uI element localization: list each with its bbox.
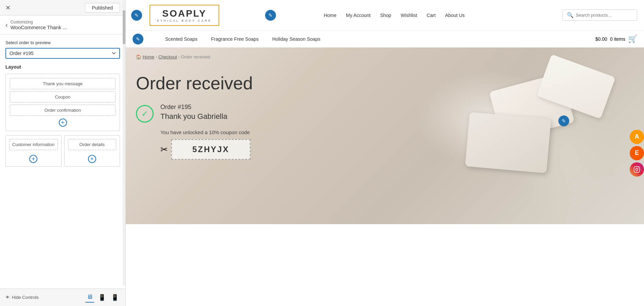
panel-subheader: ‹ Customizing WooCommerce Thank ... xyxy=(0,16,125,35)
layout-box-main: Thank you message Coupon Order confirmat… xyxy=(5,74,120,131)
cart-items: 0 items xyxy=(610,36,625,42)
logo-area: ✎ SOAPLY ETHICAL BODY CARE xyxy=(150,5,219,26)
category-links: Scented Soaps Fragrance Free Soaps Holid… xyxy=(165,36,320,42)
svg-rect-0 xyxy=(634,166,640,172)
back-button[interactable]: ‹ xyxy=(5,21,8,29)
cat-scented[interactable]: Scented Soaps xyxy=(165,36,197,42)
edit-category-button[interactable]: ✎ xyxy=(133,34,143,44)
logo-box[interactable]: SOAPLY ETHICAL BODY CARE xyxy=(150,5,219,26)
nav-about[interactable]: About Us xyxy=(445,13,465,18)
cart-price: $0.00 xyxy=(595,36,607,42)
mobile-view-button[interactable]: 📱 xyxy=(110,292,120,303)
scroll-track xyxy=(123,0,125,286)
panel-body: Select order to preview Order #195 Order… xyxy=(0,35,125,288)
cat-holiday[interactable]: Holiday Season Soaps xyxy=(272,36,320,42)
preview-area: ✎ ✎ SOAPLY ETHICAL BODY CARE Home My Acc… xyxy=(126,0,644,306)
social-float: A E xyxy=(630,130,644,177)
layout-item-order-confirm[interactable]: Order confirmation xyxy=(10,105,116,116)
layout-col-customer: Customer information + xyxy=(5,135,62,167)
check-circle: ✓ xyxy=(136,105,154,123)
search-box: 🔍 xyxy=(562,10,637,21)
published-button[interactable]: Published xyxy=(85,3,120,13)
search-icon: 🔍 xyxy=(567,12,574,18)
pencil-icon: ✎ xyxy=(135,13,139,18)
cart-area: $0.00 0 items 🛒 xyxy=(595,35,637,43)
category-nav: ✎ Scented Soaps Fragrance Free Soaps Hol… xyxy=(126,31,644,48)
edit-nav-button[interactable]: ✎ xyxy=(131,10,142,21)
device-buttons: 🖥 📱 📱 xyxy=(85,292,120,303)
coupon-code[interactable]: 5ZHYJX xyxy=(171,139,250,160)
nav-shop[interactable]: Shop xyxy=(380,13,391,18)
cat-fragrance-free[interactable]: Fragrance Free Soaps xyxy=(211,36,259,42)
site-nav: ✎ ✎ SOAPLY ETHICAL BODY CARE Home My Acc… xyxy=(126,0,644,31)
instagram-button[interactable] xyxy=(630,162,644,177)
instagram-icon xyxy=(633,166,640,173)
woo-label: WooCommerce Thank ... xyxy=(11,24,67,30)
scroll-thumb[interactable] xyxy=(123,10,125,44)
layout-row-bottom: Customer information + Order details + xyxy=(5,135,120,167)
eye-icon: 👁 xyxy=(5,295,10,300)
hero-area: ✎ 🏠 Home › Checkout › Order received Ord… xyxy=(126,48,644,224)
panel-footer: 👁 Hide Controls 🖥 📱 📱 xyxy=(0,288,125,306)
tablet-view-button[interactable]: 📱 xyxy=(97,292,107,303)
panel-header: ✕ Published xyxy=(0,0,125,16)
pencil-icon-4: ✎ xyxy=(562,118,566,124)
home-icon: 🏠 xyxy=(136,54,141,59)
nav-wishlist[interactable]: Wishlist xyxy=(401,13,417,18)
pencil-icon-3: ✎ xyxy=(136,36,140,42)
layout-item-coupon[interactable]: Coupon xyxy=(10,91,116,103)
svg-point-2 xyxy=(638,167,639,168)
svg-point-1 xyxy=(636,168,638,170)
thank-you-text: Thank you Gabriella xyxy=(160,112,227,121)
edit-logo-button[interactable]: ✎ xyxy=(265,10,276,21)
nav-home[interactable]: Home xyxy=(324,13,336,18)
customizing-label: Customizing xyxy=(11,20,67,24)
desktop-view-button[interactable]: 🖥 xyxy=(85,292,94,303)
main-nav-links: Home My Account Shop Wishlist Cart About… xyxy=(324,13,465,18)
amazon-button[interactable]: A xyxy=(630,130,644,144)
search-input[interactable] xyxy=(576,13,633,18)
breadcrumb: 🏠 Home › Checkout › Order received xyxy=(126,48,644,66)
coupon-unlock-text: You have unlocked a 10% coupon code xyxy=(160,129,634,135)
order-select[interactable]: Order #195 Order #190 Order #185 xyxy=(5,48,120,59)
add-customer-button[interactable]: + xyxy=(29,155,37,163)
add-layout-button[interactable]: + xyxy=(59,119,67,127)
layout-col-order-details: Order details + xyxy=(64,135,120,167)
hide-controls-button[interactable]: 👁 Hide Controls xyxy=(5,295,39,300)
edit-hero-button[interactable]: ✎ xyxy=(558,115,569,126)
layout-item-thankyou[interactable]: Thank you message xyxy=(10,78,116,89)
nav-cart[interactable]: Cart xyxy=(427,13,435,18)
scissors-icon: ✂ xyxy=(160,144,168,155)
etsy-button[interactable]: E xyxy=(630,146,644,160)
nav-myaccount[interactable]: My Account xyxy=(346,13,370,18)
breadcrumb-home[interactable]: Home xyxy=(143,54,155,59)
add-order-details-button[interactable]: + xyxy=(88,155,96,163)
cart-icon[interactable]: 🛒 xyxy=(628,35,637,43)
breadcrumb-current: Order received xyxy=(181,54,210,59)
logo-text: SOAPLY xyxy=(157,8,212,19)
order-text: Order #195 Thank you Gabriella xyxy=(160,104,227,121)
order-number: Order #195 xyxy=(160,104,227,111)
breadcrumb-checkout[interactable]: Checkout xyxy=(158,54,177,59)
coupon-section: You have unlocked a 10% coupon code ✂ 5Z… xyxy=(160,129,634,160)
select-order-label: Select order to preview xyxy=(5,40,120,45)
close-button[interactable]: ✕ xyxy=(5,4,11,12)
layout-item-order-details[interactable]: Order details xyxy=(68,139,117,150)
layout-item-customer-info[interactable]: Customer information xyxy=(9,139,58,150)
layout-label: Layout xyxy=(5,64,120,70)
order-received-title: Order received xyxy=(136,73,634,93)
coupon-row: ✂ 5ZHYJX xyxy=(160,139,634,160)
customizer-panel: ✕ Published ‹ Customizing WooCommerce Th… xyxy=(0,0,126,306)
pencil-icon-2: ✎ xyxy=(268,13,273,18)
logo-subtext: ETHICAL BODY CARE xyxy=(157,19,212,22)
